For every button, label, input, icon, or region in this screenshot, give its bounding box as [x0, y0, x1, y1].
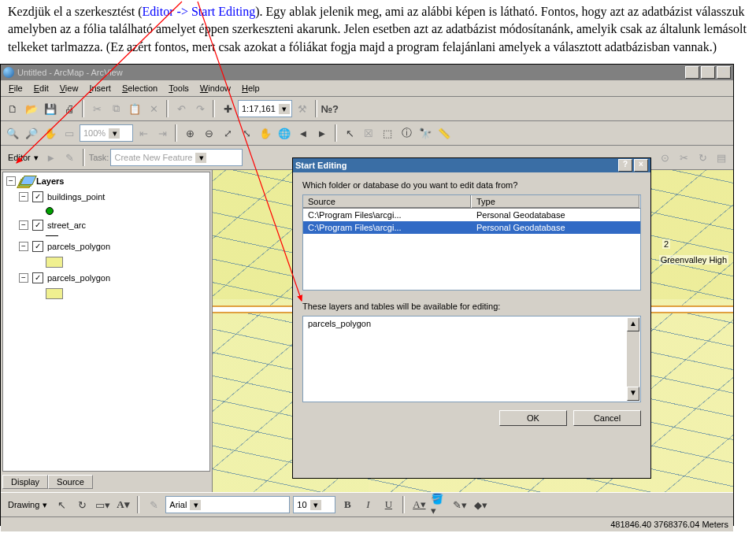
edit-vertices-icon: ✎	[145, 496, 162, 513]
toc-tab-source[interactable]: Source	[48, 475, 93, 489]
start-editing-dialog: Start Editing ? × Which folder or databa…	[292, 157, 651, 479]
zoom-out-icon[interactable]: ⊖	[200, 124, 217, 142]
toc-tree[interactable]: − Layers − ✓ buildings_point − ✓ street_…	[2, 172, 210, 472]
col-source[interactable]: Source	[303, 195, 472, 208]
source-listbox[interactable]: Source Type C:\Program Files\arcgi... Pe…	[302, 194, 641, 291]
identify-icon[interactable]: ⓘ	[398, 124, 415, 142]
rotate-icon[interactable]: ↻	[73, 496, 91, 513]
font-size-combo[interactable]: 10 ▾	[293, 496, 335, 513]
fixed-zoom-out-icon[interactable]: ⤡	[238, 124, 255, 142]
toolbox-icon[interactable]: ⚒	[294, 100, 311, 117]
ok-button[interactable]: OK	[499, 410, 567, 426]
layer-name: street_arc	[47, 220, 86, 230]
collapse-icon[interactable]: −	[19, 192, 28, 202]
add-data-icon[interactable]: ✚	[219, 100, 236, 117]
editor-label: Editor	[8, 153, 31, 162]
measure-icon[interactable]: 📏	[435, 124, 453, 142]
underline-icon[interactable]: U	[380, 496, 397, 513]
minimize-button[interactable]: _	[685, 66, 699, 79]
help-icon[interactable]: №?	[321, 100, 339, 117]
line-color-icon[interactable]: ✎▾	[451, 496, 469, 513]
back-extent-icon[interactable]: ◄	[295, 124, 312, 142]
dialog-close-button[interactable]: ×	[634, 159, 648, 172]
font-combo[interactable]: Arial ▾	[165, 496, 290, 513]
scroll-down-icon[interactable]: ▼	[627, 387, 639, 401]
open-icon[interactable]: 📂	[23, 100, 40, 117]
collapse-icon[interactable]: −	[6, 176, 16, 186]
collapse-icon[interactable]: −	[19, 242, 28, 251]
clear-selection-icon[interactable]: ☒	[360, 124, 377, 142]
layer-item[interactable]: − ✓ parcels_polygon	[19, 241, 206, 252]
chevron-down-icon[interactable]: ▾	[310, 500, 321, 510]
col-type[interactable]: Type	[472, 195, 640, 208]
maximize-button[interactable]: □	[701, 66, 715, 79]
editor-menu[interactable]: Editor ▾	[4, 149, 41, 166]
print-icon[interactable]: 🖨	[61, 100, 78, 117]
fixed-zoom-in-icon[interactable]: ⤢	[219, 124, 236, 142]
layer-checkbox[interactable]: ✓	[32, 241, 43, 252]
dialog-help-button[interactable]: ?	[618, 159, 632, 172]
new-icon[interactable]: 🗋	[4, 100, 21, 117]
menu-insert[interactable]: Insert	[84, 82, 116, 94]
select-elements-icon[interactable]: ⬚	[379, 124, 396, 142]
menu-edit[interactable]: Edit	[29, 82, 54, 94]
menu-file[interactable]: File	[4, 82, 28, 94]
chevron-down-icon[interactable]: ▾	[34, 153, 39, 163]
undo-icon: ↶	[172, 100, 190, 117]
chevron-down-icon[interactable]: ▾	[109, 128, 120, 139]
font-color-icon[interactable]: A▾	[410, 496, 428, 513]
find-icon[interactable]: 🔭	[417, 124, 434, 142]
zoom-in-icon[interactable]: ⊕	[181, 124, 198, 142]
marker-color-icon[interactable]: ◆▾	[472, 496, 489, 513]
cancel-button[interactable]: Cancel	[573, 410, 641, 426]
copy-icon: ⧉	[107, 100, 124, 117]
text-tool-icon[interactable]: A▾	[114, 496, 132, 513]
scroll-up-icon[interactable]: ▲	[627, 317, 639, 331]
arcmap-window: Untitled - ArcMap - ArcView _ □ × File E…	[0, 64, 734, 526]
collapse-icon[interactable]: −	[19, 273, 28, 283]
pan-icon[interactable]: ✋	[257, 124, 274, 142]
toc-tab-display[interactable]: Display	[2, 475, 48, 489]
drawing-menu[interactable]: Drawing ▾	[4, 496, 50, 513]
menu-view[interactable]: View	[55, 82, 83, 94]
menu-selection[interactable]: Selection	[117, 82, 162, 94]
full-extent-icon[interactable]: 🌐	[276, 124, 293, 142]
layer-item[interactable]: − ✓ buildings_point	[19, 191, 206, 202]
whole-page-icon[interactable]: ▭	[61, 124, 78, 142]
rectangle-icon[interactable]: ▭▾	[94, 496, 111, 513]
available-layer: parcels_polygon	[303, 317, 640, 331]
menu-window[interactable]: Window	[195, 82, 235, 94]
close-button[interactable]: ×	[717, 66, 731, 79]
layer-checkbox[interactable]: ✓	[32, 191, 43, 202]
layer-checkbox[interactable]: ✓	[32, 272, 43, 283]
chevron-down-icon[interactable]: ▾	[190, 500, 201, 510]
zoom-combo[interactable]: 100% ▾	[80, 124, 133, 142]
layer-item[interactable]: − ✓ parcels_polygon	[19, 272, 206, 283]
select-arrow-icon[interactable]: ↖	[53, 496, 70, 513]
fill-color-icon[interactable]: 🪣▾	[431, 496, 448, 513]
menu-tools[interactable]: Tools	[164, 82, 194, 94]
italic-icon[interactable]: I	[359, 496, 376, 513]
list-row[interactable]: C:\Program Files\arcgi... Personal Geoda…	[303, 209, 640, 221]
scale-combo[interactable]: 1:17,161 ▾	[238, 100, 292, 117]
menu-help[interactable]: Help	[237, 82, 265, 94]
list-row-selected[interactable]: C:\Program Files\arcgi... Personal Geoda…	[303, 221, 640, 234]
chevron-down-icon[interactable]: ▾	[279, 104, 290, 114]
dialog-question: Which folder or database do you want to …	[302, 180, 641, 190]
select-features-icon[interactable]: ↖	[341, 124, 358, 142]
save-icon[interactable]: 💾	[42, 100, 59, 117]
forward-extent-icon[interactable]: ►	[313, 124, 331, 142]
chevron-down-icon[interactable]: ▾	[195, 153, 206, 163]
paste-icon: 📋	[126, 100, 143, 117]
chevron-down-icon[interactable]: ▾	[43, 500, 47, 510]
pan-page-icon[interactable]: ✋	[42, 124, 59, 142]
layer-item[interactable]: − ✓ street_arc	[19, 220, 206, 231]
scrollbar[interactable]: ▲ ▼	[627, 317, 639, 401]
task-combo[interactable]: Create New Feature ▾	[110, 149, 243, 166]
zoom-in-page-icon[interactable]: 🔍	[4, 124, 21, 142]
layer-checkbox[interactable]: ✓	[32, 220, 43, 231]
available-layers-list[interactable]: parcels_polygon ▲ ▼	[302, 316, 641, 402]
bold-icon[interactable]: B	[339, 496, 356, 513]
zoom-out-page-icon[interactable]: 🔎	[23, 124, 40, 142]
collapse-icon[interactable]: −	[19, 220, 28, 230]
